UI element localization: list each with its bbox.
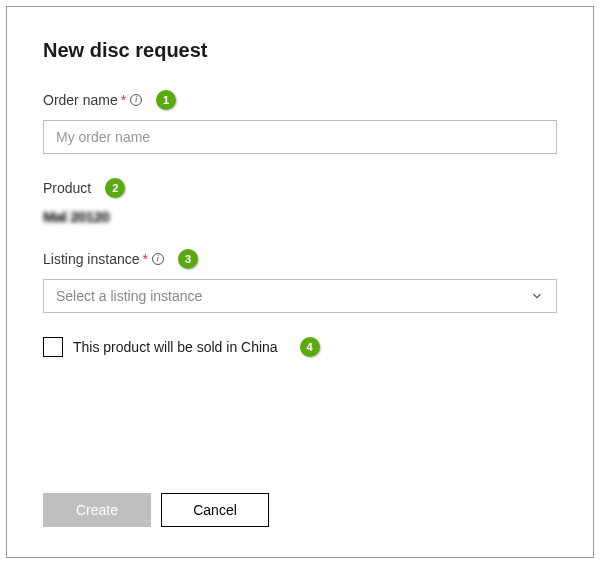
- callout-badge-1: 1: [156, 90, 176, 110]
- info-icon[interactable]: i: [152, 253, 164, 265]
- listing-instance-placeholder: Select a listing instance: [56, 288, 202, 304]
- sold-in-china-label: This product will be sold in China: [73, 339, 278, 355]
- listing-instance-field: Listing instance * i 3 Select a listing …: [43, 249, 557, 313]
- product-value: Mal 20120: [43, 208, 557, 225]
- order-name-input[interactable]: [43, 120, 557, 154]
- new-disc-request-panel: New disc request Order name * i 1 Produc…: [6, 6, 594, 558]
- order-name-label: Order name: [43, 92, 118, 108]
- callout-badge-3: 3: [178, 249, 198, 269]
- order-name-field: Order name * i 1: [43, 90, 557, 154]
- listing-instance-label: Listing instance: [43, 251, 140, 267]
- product-label-row: Product 2: [43, 178, 557, 198]
- sold-in-china-row: This product will be sold in China 4: [43, 337, 557, 357]
- page-title: New disc request: [43, 39, 557, 62]
- create-button[interactable]: Create: [43, 493, 151, 527]
- callout-badge-4: 4: [300, 337, 320, 357]
- info-icon[interactable]: i: [130, 94, 142, 106]
- listing-instance-label-row: Listing instance * i 3: [43, 249, 557, 269]
- chevron-down-icon: [530, 289, 544, 303]
- sold-in-china-checkbox[interactable]: [43, 337, 63, 357]
- product-field: Product 2 Mal 20120: [43, 178, 557, 225]
- cancel-button[interactable]: Cancel: [161, 493, 269, 527]
- product-label: Product: [43, 180, 91, 196]
- button-row: Create Cancel: [43, 493, 269, 527]
- order-name-label-row: Order name * i 1: [43, 90, 557, 110]
- required-asterisk: *: [121, 92, 126, 108]
- listing-instance-select[interactable]: Select a listing instance: [43, 279, 557, 313]
- callout-badge-2: 2: [105, 178, 125, 198]
- required-asterisk: *: [143, 251, 148, 267]
